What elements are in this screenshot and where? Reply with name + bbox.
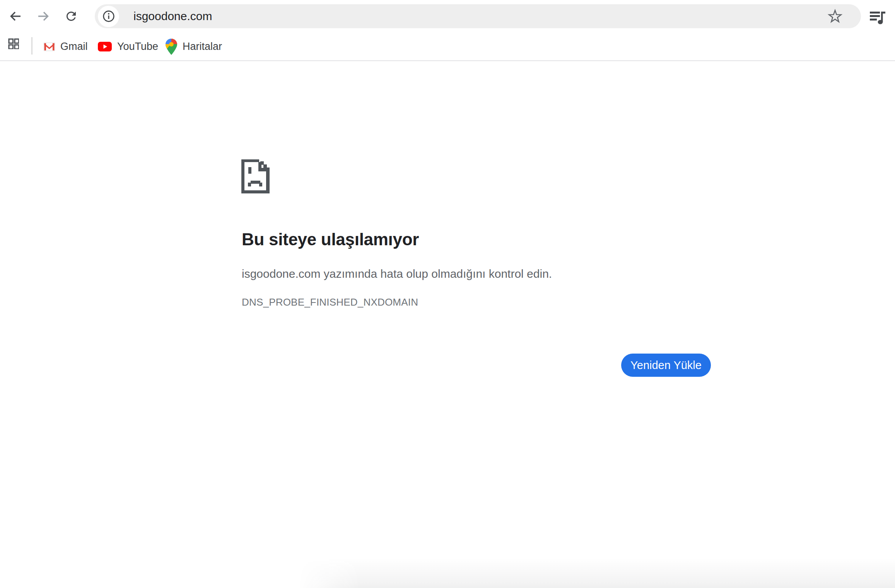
media-controls-button[interactable] xyxy=(869,10,886,24)
error-code: DNS_PROBE_FINISHED_NXDOMAIN xyxy=(242,296,418,308)
forward-arrow-icon xyxy=(36,9,50,23)
playlist-music-note-icon xyxy=(869,10,886,24)
site-info-button[interactable] xyxy=(98,6,119,27)
browser-window: isgoodone.com xyxy=(0,0,895,588)
bottom-shadow xyxy=(298,558,895,588)
reload-page-button[interactable]: Yeniden Yükle xyxy=(621,354,711,377)
bookmark-item-maps[interactable]: Haritalar xyxy=(166,32,222,61)
bookmarks-separator xyxy=(31,37,32,55)
google-maps-pin-icon xyxy=(166,39,177,55)
bookmark-label: Gmail xyxy=(60,41,88,53)
info-circle-icon xyxy=(102,10,115,23)
gmail-envelope-icon xyxy=(44,43,55,51)
bookmark-item-youtube[interactable]: YouTube xyxy=(98,32,158,61)
browser-toolbar: isgoodone.com xyxy=(0,0,895,32)
address-bar[interactable]: isgoodone.com xyxy=(95,4,861,28)
bookmark-label: Haritalar xyxy=(183,41,222,53)
bookmark-item-gmail[interactable]: Gmail xyxy=(44,32,88,61)
star-outline-icon xyxy=(828,9,842,24)
forward-button[interactable] xyxy=(36,9,50,23)
bookmark-label: YouTube xyxy=(117,41,158,53)
bookmark-star-button[interactable] xyxy=(828,9,842,24)
url-text[interactable]: isgoodone.com xyxy=(133,4,212,28)
error-page-title: Bu siteye ulaşılamıyor xyxy=(242,230,419,249)
reload-button[interactable] xyxy=(64,9,78,23)
back-arrow-icon xyxy=(9,9,22,23)
reload-icon xyxy=(64,9,78,23)
error-page-description: isgoodone.com yazımında hata olup olmadı… xyxy=(242,267,552,280)
back-button[interactable] xyxy=(9,9,22,23)
sad-file-icon xyxy=(241,159,270,193)
apps-grid-icon xyxy=(8,38,19,49)
bookmarks-bar: Gmail YouTube xyxy=(0,32,895,61)
youtube-play-icon xyxy=(98,42,112,51)
toolbar-divider xyxy=(0,60,895,61)
apps-button[interactable] xyxy=(8,38,19,49)
